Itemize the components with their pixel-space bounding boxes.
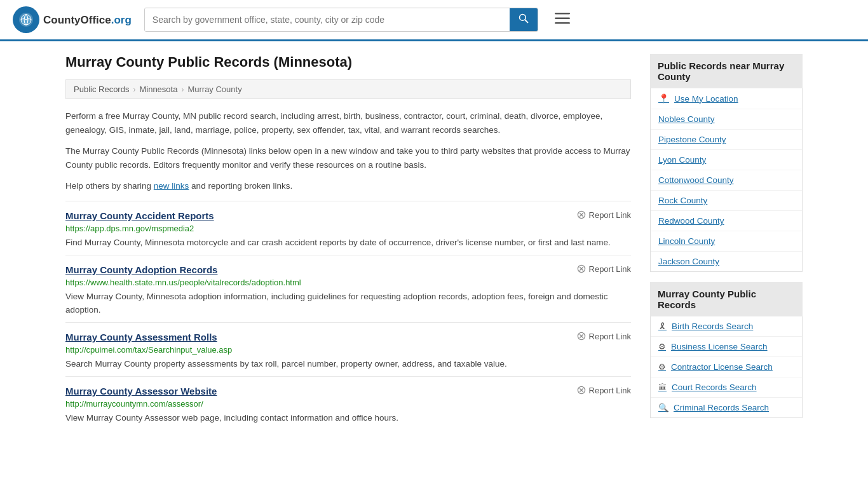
murray-record-item[interactable]: 🔍Criminal Records Search bbox=[651, 398, 802, 417]
nearby-county-item[interactable]: Lincoln County bbox=[651, 231, 802, 252]
nearby-county-item[interactable]: Rock County bbox=[651, 191, 802, 211]
record-url[interactable]: http://cpuimei.com/tax/Searchinput_value… bbox=[65, 345, 631, 355]
nearby-county-item[interactable]: Jackson County bbox=[651, 252, 802, 271]
records-list: Murray County Accident Reports Report Li… bbox=[65, 201, 631, 430]
nearby-county-label: Cottonwood County bbox=[658, 175, 734, 185]
murray-record-label: Court Records Search bbox=[672, 383, 757, 392]
record-url[interactable]: http://murraycountymn.com/assessor/ bbox=[65, 399, 631, 409]
page-title: Murray County Public Records (Minnesota) bbox=[65, 54, 631, 71]
breadcrumb-public-records[interactable]: Public Records bbox=[74, 85, 129, 94]
murray-record-item[interactable]: 🏛Court Records Search bbox=[651, 377, 802, 398]
murray-record-icon: 🏛 bbox=[658, 383, 667, 392]
report-icon bbox=[577, 332, 586, 341]
report-link[interactable]: Report Link bbox=[577, 264, 631, 274]
description-1: Perform a free Murray County, MN public … bbox=[65, 109, 631, 137]
nearby-county-item[interactable]: Redwood County bbox=[651, 211, 802, 231]
report-icon bbox=[577, 264, 586, 273]
breadcrumb-minnesota[interactable]: Minnesota bbox=[139, 85, 177, 94]
search-icon bbox=[519, 13, 529, 24]
record-item: Murray County Assessment Rolls Report Li… bbox=[65, 322, 631, 376]
murray-record-icon: 🔍 bbox=[658, 403, 668, 412]
description-3: Help others by sharing new links and rep… bbox=[65, 179, 631, 193]
logo[interactable]: CountyOffice.org bbox=[13, 6, 132, 33]
search-bar bbox=[144, 8, 538, 32]
record-url[interactable]: https://app.dps.mn.gov/mspmedia2 bbox=[65, 224, 631, 233]
record-url[interactable]: https://www.health.state.mn.us/people/vi… bbox=[65, 278, 631, 287]
nearby-county-item[interactable]: Cottonwood County bbox=[651, 170, 802, 191]
murray-record-label: Birth Records Search bbox=[672, 322, 753, 331]
report-link[interactable]: Report Link bbox=[577, 210, 631, 220]
murray-records-list: 🎗Birth Records Search⚙Business License S… bbox=[650, 316, 803, 418]
report-link[interactable]: Report Link bbox=[577, 386, 631, 395]
record-item: Murray County Assessor Website Report Li… bbox=[65, 376, 631, 430]
breadcrumb: Public Records › Minnesota › Murray Coun… bbox=[65, 79, 631, 99]
murray-record-icon: ⚙ bbox=[658, 342, 666, 351]
use-my-location[interactable]: 📍 Use My Location bbox=[651, 88, 802, 109]
svg-rect-4 bbox=[555, 13, 570, 15]
murray-record-item[interactable]: 🎗Birth Records Search bbox=[651, 316, 802, 337]
murray-record-item[interactable]: ⚙Business License Search bbox=[651, 337, 802, 357]
record-item: Murray County Accident Reports Report Li… bbox=[65, 201, 631, 255]
nearby-county-label: Redwood County bbox=[658, 216, 724, 226]
description-2: The Murray County Public Records (Minnes… bbox=[65, 144, 631, 172]
report-icon bbox=[577, 210, 586, 219]
new-links-link[interactable]: new links bbox=[154, 181, 189, 191]
content: Murray County Public Records (Minnesota)… bbox=[65, 54, 631, 430]
record-desc: View Murray County Assessor web page, in… bbox=[65, 412, 631, 425]
report-icon bbox=[577, 386, 586, 395]
nearby-county-label: Rock County bbox=[658, 196, 707, 205]
murray-public-records-title: Murray County Public Records bbox=[650, 282, 803, 316]
nearby-county-item[interactable]: Pipestone County bbox=[651, 130, 802, 150]
record-title[interactable]: Murray County Accident Reports bbox=[65, 210, 214, 221]
nearby-section-title: Public Records near Murray County bbox=[650, 54, 803, 88]
record-desc: Find Murray County, Minnesota motorcycle… bbox=[65, 236, 631, 250]
main-container: Murray County Public Records (Minnesota)… bbox=[53, 41, 815, 443]
sidebar: Public Records near Murray County 📍 Use … bbox=[650, 54, 803, 430]
logo-text: CountyOffice.org bbox=[43, 13, 132, 27]
record-item: Murray County Adoption Records Report Li… bbox=[65, 255, 631, 322]
nearby-county-label: Lyon County bbox=[658, 155, 706, 165]
murray-record-icon: ⚙ bbox=[658, 362, 666, 372]
menu-icon[interactable] bbox=[551, 8, 574, 32]
svg-rect-5 bbox=[555, 18, 570, 20]
nearby-counties-list: 📍 Use My Location Nobles CountyPipestone… bbox=[650, 88, 803, 272]
nearby-county-label: Pipestone County bbox=[658, 135, 726, 144]
report-link[interactable]: Report Link bbox=[577, 332, 631, 341]
svg-line-3 bbox=[525, 20, 527, 22]
search-input[interactable] bbox=[145, 8, 510, 31]
nearby-county-label: Jackson County bbox=[658, 257, 719, 266]
record-title[interactable]: Murray County Assessor Website bbox=[65, 386, 217, 396]
murray-record-label: Contractor License Search bbox=[671, 362, 773, 372]
record-title[interactable]: Murray County Adoption Records bbox=[65, 264, 217, 275]
record-desc: Search Murray County property assessment… bbox=[65, 358, 631, 371]
search-button[interactable] bbox=[510, 8, 538, 31]
record-title[interactable]: Murray County Assessment Rolls bbox=[65, 332, 217, 342]
location-icon: 📍 bbox=[658, 93, 669, 104]
nearby-county-item[interactable]: Nobles County bbox=[651, 109, 802, 130]
murray-record-item[interactable]: ⚙Contractor License Search bbox=[651, 357, 802, 377]
murray-record-label: Business License Search bbox=[671, 342, 768, 351]
murray-record-icon: 🎗 bbox=[658, 322, 667, 331]
murray-record-label: Criminal Records Search bbox=[674, 403, 769, 412]
svg-rect-6 bbox=[555, 22, 570, 24]
nearby-county-item[interactable]: Lyon County bbox=[651, 150, 802, 170]
logo-icon bbox=[13, 6, 39, 33]
nearby-county-label: Nobles County bbox=[658, 114, 715, 124]
nearby-county-label: Lincoln County bbox=[658, 236, 715, 246]
record-desc: View Murray County, Minnesota adoption i… bbox=[65, 290, 631, 317]
header: CountyOffice.org bbox=[0, 0, 868, 41]
breadcrumb-current: Murray County bbox=[187, 85, 241, 94]
